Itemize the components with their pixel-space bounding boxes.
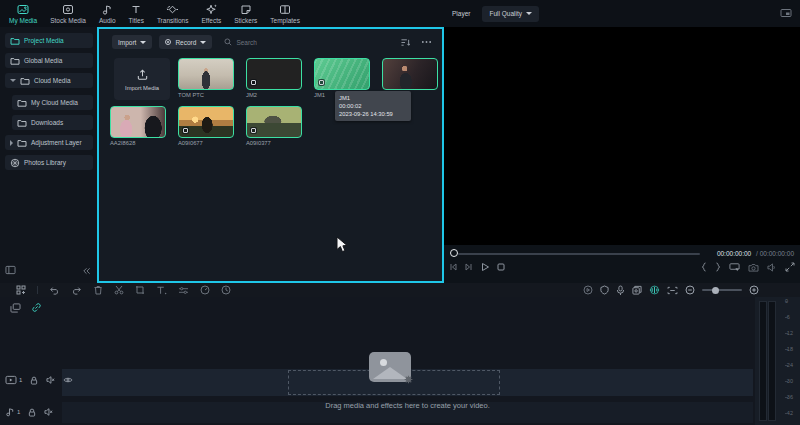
record-label: Record bbox=[175, 39, 196, 46]
tab-titles[interactable]: Titles bbox=[126, 4, 147, 24]
auto-ripple-link-icon[interactable] bbox=[31, 302, 42, 313]
more-options-icon[interactable] bbox=[421, 40, 432, 44]
play-button[interactable] bbox=[480, 262, 490, 272]
photos-pinwheel-icon bbox=[10, 158, 20, 168]
stop-button[interactable] bbox=[496, 262, 506, 272]
lock-icon[interactable] bbox=[28, 408, 36, 417]
media-tree-toggle-icon[interactable] bbox=[5, 265, 16, 275]
audio-track-icon bbox=[5, 407, 15, 417]
fullscreen-icon[interactable] bbox=[785, 262, 795, 272]
crop-select-icon[interactable] bbox=[135, 285, 145, 295]
tab-effects[interactable]: Effects bbox=[198, 4, 224, 24]
search-box[interactable] bbox=[224, 38, 316, 46]
render-preview-icon[interactable] bbox=[583, 285, 593, 295]
sidebar-item-downloads[interactable]: Downloads bbox=[12, 115, 93, 130]
media-thumbnail[interactable] bbox=[246, 106, 302, 138]
zoom-in-icon[interactable] bbox=[749, 285, 759, 295]
sidebar-item-label: Project Media bbox=[24, 37, 64, 44]
filmora-window: My Media Stock Media Audio Titles Transi… bbox=[0, 0, 800, 425]
speed-icon[interactable] bbox=[200, 285, 210, 295]
speaker-icon[interactable] bbox=[767, 263, 777, 272]
split-scissors-icon[interactable] bbox=[114, 285, 124, 295]
chevron-down-icon[interactable] bbox=[10, 79, 16, 82]
media-sidebar: Project Media Global Media Cloud Media M… bbox=[0, 27, 97, 283]
meter-scale: 0 -6 -12 -18 -24 -30 -36 -42 bbox=[781, 297, 799, 425]
quick-text-icon[interactable] bbox=[156, 285, 167, 295]
import-label: Import bbox=[118, 39, 136, 46]
tab-stickers[interactable]: Stickers bbox=[231, 4, 260, 24]
delete-icon[interactable] bbox=[93, 285, 103, 295]
tab-label: My Media bbox=[9, 17, 37, 24]
chevron-right-icon[interactable] bbox=[10, 140, 13, 146]
tab-stock-media[interactable]: Stock Media bbox=[47, 4, 89, 24]
sort-filter-icon[interactable] bbox=[400, 38, 411, 47]
tooltip-timestamp: 2023-09-26 14:30:59 bbox=[339, 110, 407, 118]
snapshot-camera-icon[interactable] bbox=[748, 263, 759, 272]
copy-layers-icon[interactable] bbox=[10, 302, 21, 313]
media-thumbnail[interactable] bbox=[178, 58, 234, 90]
tab-transitions[interactable]: Transitions bbox=[154, 4, 192, 24]
sidebar-item-label: Cloud Media bbox=[34, 77, 71, 84]
sidebar-item-my-cloud-media[interactable]: My Cloud Media bbox=[12, 95, 93, 110]
layout-icon bbox=[279, 4, 291, 15]
redo-icon[interactable] bbox=[71, 286, 82, 295]
timeline: Drag media and effects here to create yo… bbox=[0, 297, 755, 425]
timeline-zoom-slider[interactable] bbox=[702, 289, 742, 291]
tab-my-media[interactable]: My Media bbox=[6, 4, 40, 24]
timeline-tools-right bbox=[583, 283, 759, 297]
undo-icon[interactable] bbox=[49, 286, 60, 295]
zoom-to-fit-icon[interactable] bbox=[667, 286, 678, 295]
sidebar-item-label: Photos Library bbox=[24, 159, 66, 166]
visibility-eye-icon[interactable] bbox=[63, 376, 73, 384]
search-input[interactable] bbox=[236, 39, 316, 46]
chevron-down-icon bbox=[200, 41, 206, 44]
ai-audio-stretch-icon[interactable] bbox=[649, 285, 660, 295]
sidebar-item-global-media[interactable]: Global Media bbox=[5, 53, 93, 68]
previous-frame-button[interactable] bbox=[448, 262, 458, 272]
record-button[interactable]: Record bbox=[159, 35, 212, 49]
sidebar-item-cloud-media[interactable]: Cloud Media bbox=[5, 73, 93, 88]
sidebar-item-project-media[interactable]: Project Media bbox=[5, 33, 93, 48]
seek-bar[interactable] bbox=[458, 253, 700, 255]
sidebar-item-adjustment-layer[interactable]: Adjustment Layer bbox=[5, 135, 93, 150]
import-button[interactable]: Import bbox=[112, 35, 152, 49]
voiceover-mic-icon[interactable] bbox=[616, 285, 625, 296]
stock-media-icon bbox=[62, 4, 74, 15]
mute-speaker-icon[interactable] bbox=[44, 408, 53, 416]
record-dot-icon bbox=[165, 39, 171, 45]
media-thumbnail[interactable] bbox=[314, 58, 370, 90]
zoom-out-icon[interactable] bbox=[685, 285, 695, 295]
tab-label: Audio bbox=[99, 17, 116, 24]
tab-templates[interactable]: Templates bbox=[267, 4, 303, 24]
sidebar-item-photos-library[interactable]: Photos Library bbox=[5, 155, 93, 170]
seek-playhead[interactable] bbox=[450, 249, 458, 257]
media-thumbnail[interactable] bbox=[382, 58, 438, 90]
folder-icon bbox=[17, 119, 27, 127]
render-clock-icon[interactable] bbox=[221, 285, 231, 295]
properties-sliders-icon[interactable] bbox=[178, 286, 189, 295]
import-media-icon bbox=[136, 68, 149, 81]
tooltip-duration: 00:00:02 bbox=[339, 102, 407, 110]
display-settings-icon[interactable] bbox=[729, 262, 740, 272]
folder-icon bbox=[20, 77, 30, 85]
next-frame-button[interactable] bbox=[464, 262, 474, 272]
marker-icon[interactable] bbox=[600, 285, 609, 295]
mark-out-icon[interactable] bbox=[715, 262, 721, 272]
track-manage-icon[interactable] bbox=[16, 285, 26, 295]
snapshot-icon[interactable] bbox=[632, 285, 642, 295]
mark-in-icon[interactable] bbox=[701, 262, 707, 272]
video-track-icon bbox=[5, 375, 17, 385]
tab-label: Transitions bbox=[157, 17, 189, 24]
pip-icon[interactable] bbox=[780, 8, 792, 18]
zoom-slider-knob[interactable] bbox=[712, 287, 719, 294]
collapse-panel-icon[interactable] bbox=[82, 267, 91, 275]
media-thumbnail[interactable] bbox=[178, 106, 234, 138]
media-thumbnail[interactable] bbox=[110, 106, 166, 138]
import-media-tile[interactable]: Import Media bbox=[114, 58, 170, 100]
lock-icon[interactable] bbox=[30, 376, 38, 385]
player-controls: 00:00:00:00 / 00:00:00:00 bbox=[444, 245, 800, 283]
media-thumbnail[interactable] bbox=[246, 58, 302, 90]
mute-speaker-icon[interactable] bbox=[46, 376, 55, 384]
quality-dropdown[interactable]: Full Quality bbox=[482, 6, 539, 22]
tab-audio[interactable]: Audio bbox=[96, 4, 119, 24]
